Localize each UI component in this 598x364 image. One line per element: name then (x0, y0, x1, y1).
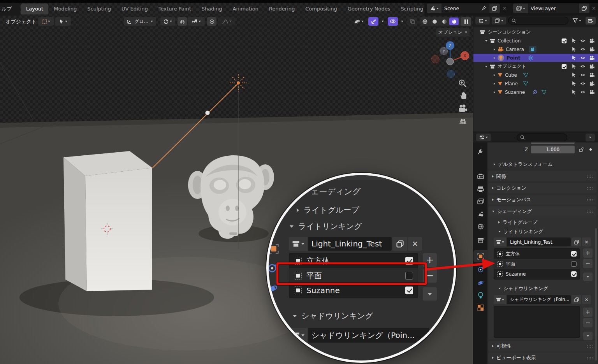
tab-uv-editing[interactable]: UV Editing (116, 4, 153, 14)
shading-rendered-button[interactable] (449, 18, 459, 25)
copy-button[interactable] (572, 237, 581, 246)
selectable-cursor-icon[interactable] (572, 72, 577, 77)
eye-icon[interactable] (580, 38, 586, 43)
cube-object[interactable] (63, 151, 152, 291)
selectable-cursor-icon[interactable] (572, 55, 577, 60)
viewlayer-name-field[interactable]: ViewLayer (528, 4, 579, 13)
outliner-row-collection[interactable]: Collection (473, 37, 598, 45)
xray-toggle[interactable] (407, 17, 417, 26)
render-camera-icon[interactable] (589, 64, 594, 69)
scrollbar[interactable] (595, 228, 597, 360)
list-item-suzanne[interactable]: Suzanne (494, 269, 580, 279)
tab-layout[interactable]: Layout (21, 4, 48, 14)
outliner-filter-dropdown[interactable] (570, 17, 584, 25)
tab-world-icon[interactable] (477, 223, 484, 230)
unlink-button[interactable]: ✕ (582, 237, 591, 246)
unlink-button[interactable]: ✕ (582, 295, 591, 304)
disclosure-icon[interactable] (494, 83, 495, 85)
render-camera-icon[interactable] (589, 39, 594, 43)
scene-unlink-button[interactable]: ✕ (500, 5, 509, 11)
scene-new-button[interactable] (489, 4, 500, 13)
viewlayer-browse-button[interactable] (513, 4, 528, 13)
tab-animation[interactable]: Animation (228, 4, 264, 14)
gizmo-center[interactable] (447, 58, 454, 65)
drag-grip-icon[interactable] (587, 345, 593, 348)
selectable-cursor-icon[interactable] (572, 81, 577, 86)
grid-view-icon[interactable] (458, 117, 468, 126)
eye-icon[interactable] (580, 72, 586, 77)
animate-dot-icon[interactable] (589, 148, 592, 151)
scene-name-field[interactable]: Scene (441, 4, 489, 13)
eye-icon[interactable] (580, 90, 586, 95)
tab-object-icon[interactable] (477, 253, 484, 260)
shading-material-button[interactable] (440, 18, 449, 25)
tab-constraints-icon[interactable] (477, 266, 484, 273)
panel-delta-transform[interactable]: デルタトランスフォーム (494, 160, 552, 169)
gizmos-dropdown[interactable] (379, 17, 386, 26)
list-add-button[interactable]: + (583, 308, 593, 317)
drag-grip-icon[interactable] (587, 357, 593, 359)
eye-icon[interactable] (580, 64, 586, 69)
list-specials-dropdown[interactable] (583, 332, 593, 340)
outliner-scene-dropdown[interactable] (492, 17, 506, 25)
disclosure-icon[interactable] (485, 40, 487, 42)
mode-label[interactable]: オブジェクト (5, 18, 37, 25)
outliner-row-camera[interactable]: Camera (473, 45, 598, 53)
new-collection-button[interactable] (586, 17, 596, 25)
light-linking-checkbox[interactable] (571, 261, 577, 267)
list-add-button[interactable]: + (583, 248, 593, 258)
collection-browse-button[interactable] (494, 237, 506, 246)
panel-motion-paths[interactable]: モーションパス (488, 195, 596, 205)
tab-geometry-nodes[interactable]: Geometry Nodes (343, 4, 396, 14)
tab-texture-icon[interactable] (477, 304, 484, 311)
options-dropdown[interactable]: オプション (436, 28, 470, 37)
panel-light-linking[interactable]: ライトリンキング (498, 227, 543, 236)
navigation-gizmo[interactable]: Z Y X (429, 39, 471, 80)
select-tool-dropdown[interactable] (55, 17, 71, 26)
outliner-row-plane[interactable]: Plane (473, 79, 598, 88)
tab-rendering[interactable]: Rendering (264, 4, 300, 14)
tab-shading[interactable]: Shading (197, 4, 227, 14)
overlays-dropdown[interactable] (399, 17, 406, 26)
panel-visibility[interactable]: 可視性 (488, 341, 596, 351)
panel-relations[interactable]: 関係 (488, 171, 596, 181)
menubar-fragment[interactable]: ルプ (2, 5, 12, 12)
eye-icon[interactable] (580, 55, 586, 60)
tab-output-icon[interactable] (477, 186, 484, 192)
tab-modeling[interactable]: Modeling (49, 4, 82, 14)
properties-search-input[interactable] (527, 135, 564, 140)
gizmo-z-neg-axis[interactable] (447, 70, 455, 78)
zoom-tool-icon[interactable] (458, 79, 467, 88)
outliner-row-point[interactable]: Point (473, 54, 598, 62)
snap-target-dropdown[interactable] (188, 17, 205, 26)
render-camera-icon[interactable] (589, 56, 594, 60)
disclosure-icon[interactable] (494, 74, 495, 76)
render-camera-icon[interactable] (589, 81, 594, 86)
shadow-linking-collection-name[interactable]: シャドウリンキング（Poin... (507, 295, 571, 304)
outliner-row-cube[interactable]: Cube (473, 71, 598, 79)
tab-tool-icon[interactable] (477, 149, 484, 155)
viewlayer-new-button[interactable] (579, 4, 589, 13)
tab-physics-icon[interactable] (477, 280, 484, 286)
panel-shadow-linking[interactable]: シャドウリンキング (498, 284, 548, 293)
tab-scene-icon[interactable] (477, 211, 484, 217)
tab-scripting[interactable]: Scripting (396, 4, 428, 14)
outliner-row-suzanne[interactable]: Suzanne (473, 88, 598, 96)
disclosure-icon[interactable] (494, 48, 495, 51)
proportional-editing-toggle[interactable] (207, 17, 216, 26)
tab-viewlayer-icon[interactable] (477, 199, 484, 205)
list-remove-button[interactable]: − (583, 259, 593, 268)
panel-viewport-display[interactable]: ビューポート表示 (488, 353, 596, 363)
light-linking-checkbox[interactable] (571, 251, 577, 257)
selectable-cursor-icon[interactable] (572, 38, 577, 43)
list-item-plane[interactable]: 平面 (494, 259, 580, 269)
collection-checkbox[interactable] (562, 38, 567, 43)
pan-hand-icon[interactable] (459, 91, 468, 100)
pause-render-button[interactable] (461, 17, 471, 26)
selectable-cursor-icon[interactable] (572, 64, 577, 69)
snap-toggle[interactable] (178, 17, 187, 26)
selectable-cursor-icon[interactable] (572, 90, 577, 95)
outliner-row-scene-collection[interactable]: シーンコレクション (473, 28, 598, 36)
tab-sculpting[interactable]: Sculpting (82, 4, 116, 14)
properties-options-dropdown[interactable] (586, 134, 595, 141)
